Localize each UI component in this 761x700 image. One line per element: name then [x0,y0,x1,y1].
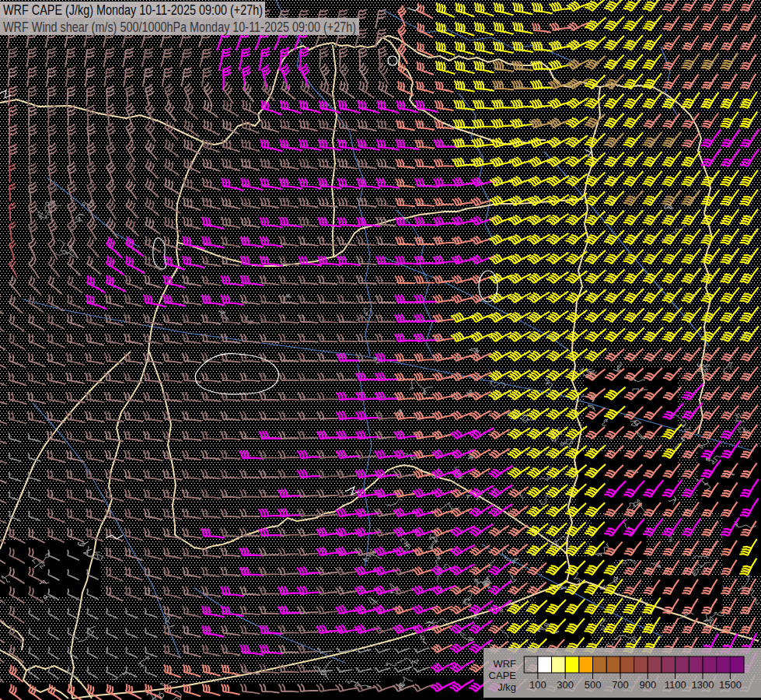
svg-text:1100: 1100 [665,679,686,691]
svg-text:J/kg: J/kg [497,681,516,693]
svg-text:300: 300 [557,679,574,691]
svg-text:WRF CAPE (J/kg) Monday 10-11-2: WRF CAPE (J/kg) Monday 10-11-2025 09:00 … [3,2,263,18]
svg-text:1300: 1300 [692,679,714,691]
svg-text:900: 900 [639,679,656,691]
svg-text:100: 100 [529,679,546,691]
svg-text:WRF: WRF [493,658,516,670]
svg-text:1500: 1500 [719,679,742,691]
svg-text:500: 500 [585,679,602,691]
svg-text:700: 700 [612,679,629,691]
svg-text:CAPE: CAPE [489,670,517,681]
svg-text:WRF Wind shear (m/s) 500/1000h: WRF Wind shear (m/s) 500/1000hPa Monday … [3,19,356,35]
